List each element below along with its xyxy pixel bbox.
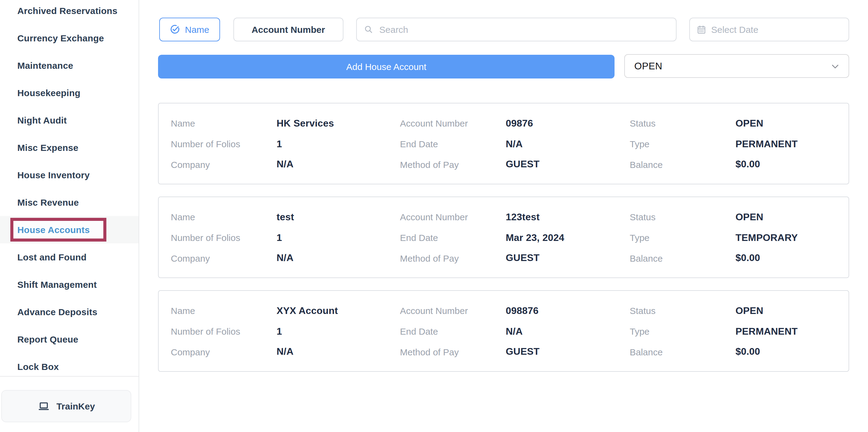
filter-by-account-number-button[interactable]: Account Number (234, 18, 343, 41)
field-label: Balance (630, 253, 736, 263)
sidebar-item[interactable]: Housekeeping (0, 79, 138, 107)
field-cell: Number of Folios 1 (171, 321, 400, 341)
field-value: GUEST (506, 159, 539, 170)
field-cell: Name XYX Account (171, 300, 400, 321)
field-label: Number of Folios (171, 326, 277, 337)
sidebar-item-label: Archived Reservations (17, 5, 117, 16)
add-house-account-button[interactable]: Add House Account (158, 54, 615, 78)
search-field[interactable] (356, 18, 676, 41)
house-account-card[interactable]: Name XYX Account Account Number 098876 S… (158, 290, 849, 371)
sidebar-nav: Archived Reservations Currency Exchange … (0, 0, 138, 380)
sidebar-item-label: Advance Deposits (17, 307, 97, 317)
field-cell: Number of Folios 1 (171, 227, 400, 248)
sidebar: Archived Reservations Currency Exchange … (0, 0, 139, 432)
field-value: GUEST (506, 346, 539, 357)
field-cell: Method of Pay GUEST (400, 342, 630, 362)
house-account-card[interactable]: Name test Account Number 123test Status (158, 196, 849, 278)
field-label: Number of Folios (171, 139, 277, 149)
field-label: End Date (400, 232, 506, 243)
search-input[interactable] (378, 24, 668, 35)
date-picker-field[interactable]: Select Date (689, 18, 849, 41)
field-cell: End Date N/A (400, 134, 630, 154)
field-value: $0.00 (736, 159, 760, 170)
sidebar-item-label: Report Queue (17, 334, 79, 344)
field-label: End Date (400, 326, 506, 337)
field-label: Account Number (400, 306, 506, 316)
house-account-card[interactable]: Name HK Services Account Number 09876 St… (158, 103, 849, 184)
field-value: N/A (277, 346, 293, 357)
sidebar-item-label: Currency Exchange (17, 33, 104, 43)
sidebar-footer-divider (0, 376, 139, 377)
sidebar-item[interactable]: Lost and Found (0, 243, 138, 271)
field-value: Mar 23, 2024 (506, 232, 564, 243)
field-value: OPEN (736, 306, 764, 316)
sidebar-item-label: Lost and Found (17, 252, 87, 262)
field-value: OPEN (736, 212, 764, 223)
field-value: 09876 (506, 118, 533, 129)
field-label: Name (171, 118, 277, 129)
sidebar-item[interactable]: Misc Revenue (0, 189, 138, 216)
field-label: Company (171, 253, 277, 263)
field-label: Status (630, 212, 736, 222)
field-label: Name (171, 306, 277, 316)
sidebar-item[interactable]: House Inventory (0, 161, 138, 189)
field-label: End Date (400, 139, 506, 149)
field-cell: Number of Folios 1 (171, 134, 400, 154)
field-label: Balance (630, 159, 736, 169)
field-label: Company (171, 347, 277, 357)
sidebar-item-label: Maintenance (17, 60, 73, 70)
field-cell: Name test (171, 207, 400, 227)
field-label: Number of Folios (171, 232, 277, 243)
date-placeholder: Select Date (711, 24, 758, 35)
field-cell: Status OPEN (630, 113, 848, 134)
field-label: Balance (630, 347, 736, 357)
sidebar-item[interactable]: Maintenance (0, 52, 138, 79)
trainkey-button[interactable]: TrainKey (1, 390, 131, 422)
field-value: N/A (506, 138, 523, 149)
house-account-card-grid: Name XYX Account Account Number 098876 S… (171, 300, 848, 362)
status-filter-dropdown[interactable]: OPEN (624, 54, 849, 78)
sidebar-item-label: Lock Box (17, 362, 59, 372)
field-cell: Name HK Services (171, 113, 400, 134)
sidebar-item-label: Misc Expense (17, 142, 79, 153)
field-value: 1 (277, 326, 282, 337)
field-cell: Company N/A (171, 154, 400, 175)
chevron-down-icon (829, 61, 840, 71)
field-label: Method of Pay (400, 253, 506, 263)
sidebar-item[interactable]: Report Queue (0, 325, 138, 353)
field-value: $0.00 (736, 346, 760, 357)
field-cell: Status OPEN (630, 300, 848, 321)
field-value: GUEST (506, 253, 539, 263)
search-icon (364, 25, 373, 34)
house-accounts-page: Archived Reservations Currency Exchange … (0, 0, 868, 432)
field-label: Status (630, 306, 736, 316)
sidebar-item[interactable]: House Accounts (0, 216, 138, 243)
field-cell: Status OPEN (630, 207, 848, 227)
field-cell: End Date Mar 23, 2024 (400, 227, 630, 248)
field-cell: Balance $0.00 (630, 342, 848, 362)
main-content: Name Account Number Select Date (139, 0, 868, 432)
filter-by-name-button[interactable]: Name (159, 18, 220, 41)
check-circle-icon (169, 24, 180, 35)
field-label: Type (630, 139, 736, 149)
sidebar-item[interactable]: Misc Expense (0, 134, 138, 161)
sidebar-item[interactable]: Currency Exchange (0, 24, 138, 52)
field-cell: Company N/A (171, 248, 400, 268)
field-cell: Balance $0.00 (630, 248, 848, 268)
field-cell: Type PERMANENT (630, 134, 848, 154)
sidebar-item[interactable]: Archived Reservations (0, 0, 138, 24)
field-cell: Company N/A (171, 342, 400, 362)
field-label: Method of Pay (400, 347, 506, 357)
sidebar-item[interactable]: Night Audit (0, 107, 138, 134)
field-value: TEMPORARY (736, 232, 798, 243)
house-account-card-grid: Name test Account Number 123test Status (171, 207, 848, 268)
field-cell: Account Number 09876 (400, 113, 630, 134)
field-cell: Balance $0.00 (630, 154, 848, 175)
field-value: 123test (506, 212, 540, 223)
field-value: PERMANENT (736, 326, 798, 337)
filter-by-name-label: Name (185, 24, 209, 35)
sidebar-item[interactable]: Advance Deposits (0, 298, 138, 325)
sidebar-item[interactable]: Shift Management (0, 271, 138, 298)
field-cell: Account Number 098876 (400, 300, 630, 321)
field-label: Type (630, 326, 736, 337)
